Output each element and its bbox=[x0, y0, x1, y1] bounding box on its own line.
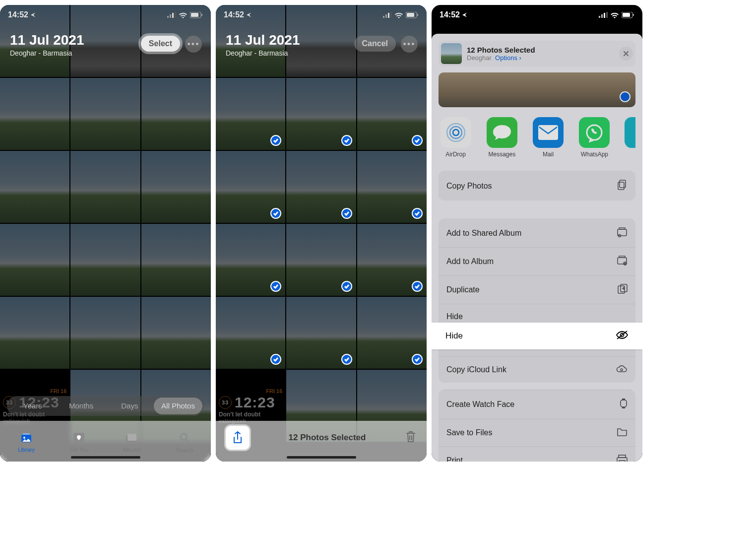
svg-rect-17 bbox=[388, 13, 389, 18]
status-bar: 14:52 bbox=[216, 5, 427, 25]
whatsapp-icon bbox=[584, 123, 604, 142]
svg-line-53 bbox=[617, 331, 627, 339]
icloud-icon bbox=[616, 365, 628, 375]
home-indicator[interactable] bbox=[71, 456, 140, 459]
segment-years[interactable]: Years bbox=[8, 398, 57, 414]
share-sheet-header: 12 Photos Selected Deoghar Options › bbox=[439, 41, 635, 67]
action-create-watch-face[interactable]: Create Watch Face bbox=[439, 390, 635, 419]
action-print[interactable]: Print bbox=[439, 446, 635, 462]
svg-rect-21 bbox=[417, 14, 418, 16]
svg-rect-37 bbox=[619, 228, 625, 229]
print-icon bbox=[617, 455, 628, 462]
close-button[interactable] bbox=[619, 47, 633, 61]
segment-months[interactable]: Months bbox=[57, 398, 106, 414]
svg-rect-27 bbox=[623, 13, 630, 17]
svg-rect-48 bbox=[622, 407, 625, 408]
copy-icon bbox=[618, 180, 628, 193]
svg-rect-51 bbox=[619, 461, 625, 462]
tab-for-you[interactable]: For You bbox=[53, 421, 105, 462]
more-button[interactable]: ••• bbox=[185, 36, 202, 53]
svg-rect-32 bbox=[538, 125, 558, 140]
app-airdrop[interactable]: AirDrop bbox=[440, 117, 472, 158]
segment-all-photos[interactable]: All Photos bbox=[154, 398, 202, 414]
home-indicator[interactable] bbox=[287, 456, 356, 459]
search-icon bbox=[179, 432, 190, 446]
svg-point-9 bbox=[23, 437, 25, 439]
share-apps-row: AirDrop Messages Mail WhatsApp bbox=[439, 117, 635, 158]
selected-preview[interactable] bbox=[439, 72, 635, 107]
action-add-album[interactable]: Add to Album bbox=[439, 247, 635, 275]
svg-rect-34 bbox=[620, 180, 626, 188]
airdrop-icon bbox=[445, 122, 467, 143]
svg-point-30 bbox=[450, 127, 462, 138]
segment-days[interactable]: Days bbox=[106, 398, 154, 414]
action-copy-photos[interactable]: Copy Photos bbox=[439, 171, 635, 201]
options-button[interactable]: Options › bbox=[495, 54, 521, 62]
photos-grid: FRI 16 3312:23 Don't let doubt extinguis… bbox=[0, 5, 211, 462]
svg-rect-20 bbox=[407, 13, 414, 17]
svg-rect-47 bbox=[622, 399, 625, 400]
svg-point-29 bbox=[453, 130, 459, 135]
action-duplicate[interactable]: Duplicate bbox=[439, 275, 635, 304]
album-icon bbox=[617, 256, 628, 268]
selection-thumb bbox=[441, 43, 462, 64]
albums-icon bbox=[126, 433, 138, 446]
battery-icon bbox=[190, 12, 203, 18]
delete-button[interactable] bbox=[405, 430, 417, 445]
cell-signal-icon bbox=[167, 12, 176, 18]
svg-rect-18 bbox=[390, 12, 392, 18]
shared-album-icon bbox=[617, 227, 628, 239]
share-button[interactable] bbox=[226, 426, 250, 450]
tab-albums[interactable]: Albums bbox=[106, 421, 158, 462]
svg-rect-0 bbox=[167, 16, 169, 18]
action-hide[interactable]: Hide bbox=[432, 323, 642, 349]
hide-label: Hide bbox=[445, 331, 463, 341]
share-title: 12 Photos Selected bbox=[467, 46, 535, 54]
view-segmented-control[interactable]: Years Months Days All Photos bbox=[7, 396, 204, 416]
tab-bar: Library For You Albums Search bbox=[0, 421, 211, 462]
select-button[interactable]: Select bbox=[141, 36, 180, 52]
svg-rect-3 bbox=[175, 12, 176, 18]
svg-rect-1 bbox=[170, 14, 171, 18]
app-messages[interactable]: Messages bbox=[486, 117, 518, 158]
app-more[interactable] bbox=[625, 117, 634, 158]
foryou-icon bbox=[73, 433, 84, 446]
action-add-shared-album[interactable]: Add to Shared Album bbox=[439, 218, 635, 247]
app-whatsapp[interactable]: WhatsApp bbox=[578, 117, 611, 158]
svg-rect-6 bbox=[201, 14, 202, 16]
more-button[interactable]: ••• bbox=[401, 36, 418, 53]
wifi-icon bbox=[179, 12, 188, 18]
selection-toolbar: 12 Photos Selected bbox=[216, 421, 427, 462]
cancel-button[interactable]: Cancel bbox=[354, 36, 396, 52]
action-save-to-files[interactable]: Save to Files bbox=[439, 419, 635, 446]
library-icon bbox=[20, 433, 32, 446]
share-icon bbox=[232, 431, 244, 445]
selected-count-label: 12 Photos Selected bbox=[250, 433, 405, 443]
watch-icon bbox=[620, 398, 628, 411]
photos-grid: FRI 16 3312:23 Don't let doubt extinguis… bbox=[216, 5, 427, 462]
svg-rect-28 bbox=[633, 14, 634, 16]
duplicate-icon bbox=[618, 284, 628, 296]
svg-point-45 bbox=[621, 369, 623, 371]
mail-icon bbox=[538, 125, 558, 140]
share-sheet: 12 Photos Selected Deoghar Options › Air… bbox=[432, 34, 642, 462]
messages-icon bbox=[492, 124, 512, 141]
svg-line-14 bbox=[186, 439, 189, 442]
tab-library[interactable]: Library bbox=[0, 421, 53, 462]
svg-rect-46 bbox=[621, 400, 627, 407]
svg-rect-24 bbox=[604, 13, 605, 18]
photos-header: 11 Jul 2021 Deoghar - Barmasia bbox=[226, 32, 300, 57]
close-icon bbox=[623, 51, 629, 57]
svg-rect-40 bbox=[619, 256, 625, 258]
trash-icon bbox=[405, 430, 417, 443]
tab-search[interactable]: Search bbox=[158, 421, 211, 462]
action-copy-icloud-link[interactable]: Copy iCloud Link bbox=[439, 356, 635, 383]
svg-rect-25 bbox=[606, 12, 608, 18]
svg-rect-35 bbox=[618, 182, 624, 190]
svg-rect-23 bbox=[601, 14, 603, 18]
svg-rect-8 bbox=[23, 433, 30, 435]
app-mail[interactable]: Mail bbox=[532, 117, 565, 158]
status-bar: 14:52 bbox=[432, 5, 642, 25]
svg-rect-2 bbox=[172, 13, 174, 18]
hide-icon bbox=[616, 330, 629, 342]
